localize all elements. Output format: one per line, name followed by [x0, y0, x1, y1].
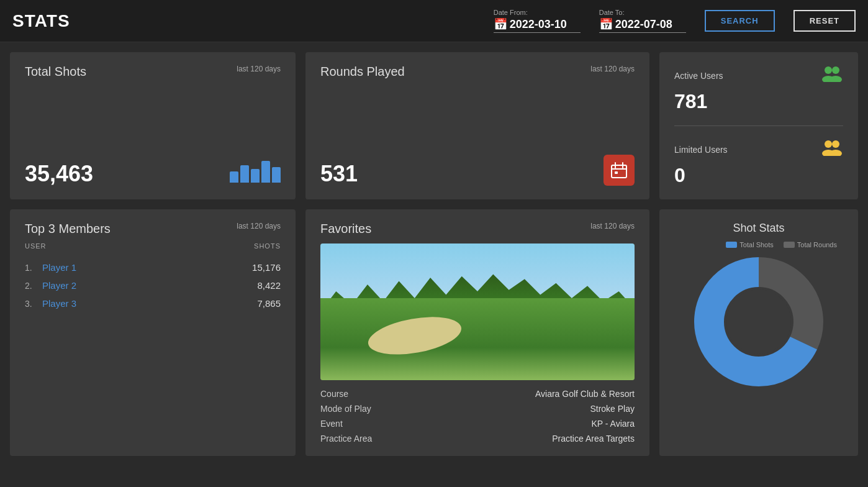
fav-row-practice: Practice Area Practice Area Targets: [320, 434, 635, 444]
active-users-header: Active Users: [674, 65, 843, 86]
svg-point-6: [832, 66, 839, 74]
limited-users-header: Limited Users: [674, 139, 843, 160]
fav-row-course: Course Aviara Golf Club & Resort: [320, 389, 635, 399]
date-from-field[interactable]: Date From: 📅 2022-03-10: [494, 9, 581, 33]
member-rank-3: 3.: [25, 299, 42, 309]
members-table: USER SHOTS 1. Player 1 15,176 2. Player …: [25, 242, 281, 312]
search-button[interactable]: SEARCH: [705, 10, 775, 32]
active-users-icon: [821, 65, 843, 86]
users-divider: [674, 125, 843, 126]
active-users-label: Active Users: [674, 71, 723, 81]
rounds-icon: [604, 155, 635, 186]
limited-users-label: Limited Users: [674, 145, 728, 155]
fav-val-practice: Practice Area Targets: [552, 434, 635, 444]
users-card: Active Users 781 Limited Users: [659, 52, 858, 199]
limited-users-icon: [821, 139, 843, 160]
bar-4: [261, 161, 270, 183]
svg-rect-0: [612, 165, 626, 178]
fav-key-course: Course: [320, 389, 348, 399]
shot-stats-card: Shot Stats Total Shots Total Rounds: [659, 209, 858, 456]
total-shots-header: Total Shots last 120 days: [25, 65, 281, 79]
date-to-value: 2022-07-08: [615, 18, 672, 31]
date-to-field[interactable]: Date To: 📅 2022-07-08: [599, 9, 686, 33]
fav-key-mode: Mode of Play: [320, 404, 371, 414]
top-members-period: last 120 days: [237, 222, 281, 230]
bar-1: [230, 171, 238, 183]
col-shots: SHOTS: [254, 242, 281, 250]
total-shots-title: Total Shots: [25, 65, 86, 79]
member-shots-3: 7,865: [257, 298, 281, 309]
date-to-label: Date To:: [599, 9, 686, 16]
donut-chart: [690, 253, 827, 390]
date-from-label: Date From:: [494, 9, 581, 16]
page-title: STATS: [12, 11, 70, 31]
fav-val-mode: Stroke Play: [590, 404, 635, 414]
reset-button[interactable]: RESET: [793, 10, 856, 32]
limited-users-section: Limited Users 0: [674, 139, 843, 187]
member-name-3[interactable]: Player 3: [42, 298, 257, 309]
rounds-title: Rounds Played: [320, 65, 405, 79]
legend-total-shots: Total Shots: [726, 241, 773, 248]
bar-chart-icon: [230, 158, 281, 183]
legend-color-shots: [726, 242, 737, 248]
grass-bg: [320, 298, 635, 380]
legend-label-shots: Total Shots: [739, 241, 773, 248]
date-to-group: Date To: 📅 2022-07-08: [599, 9, 686, 33]
top-members-card: Top 3 Members last 120 days USER SHOTS 1…: [10, 209, 296, 456]
rounds-body: 531: [320, 153, 635, 187]
member-row: 1. Player 1 15,176: [25, 258, 281, 276]
fav-key-event: Event: [320, 419, 343, 429]
calendar-from-icon: 📅: [494, 17, 507, 31]
bar-3: [251, 169, 260, 183]
svg-point-10: [832, 140, 839, 148]
active-users-section: Active Users 781: [674, 65, 843, 113]
legend-color-rounds: [784, 242, 795, 248]
member-shots-1: 15,176: [252, 262, 281, 273]
calendar-to-icon: 📅: [599, 17, 613, 31]
rounds-played-card: Rounds Played last 120 days 531: [305, 52, 649, 199]
shot-stats-title: Shot Stats: [733, 222, 784, 235]
favorites-details: Course Aviara Golf Club & Resort Mode of…: [320, 389, 635, 444]
main-grid: Total Shots last 120 days 35,463 Rounds …: [0, 42, 868, 466]
fav-val-event: KP - Aviara: [591, 419, 635, 429]
bar-5: [272, 167, 281, 183]
rounds-header: Rounds Played last 120 days: [320, 65, 635, 79]
bar-2: [240, 165, 249, 183]
member-rank-2: 2.: [25, 281, 42, 291]
fav-row-mode: Mode of Play Stroke Play: [320, 404, 635, 414]
favorites-image: [320, 244, 635, 380]
svg-rect-4: [615, 171, 618, 174]
fav-row-event: Event KP - Aviara: [320, 419, 635, 429]
date-from-value: 2022-03-10: [510, 18, 567, 31]
donut-hole: [726, 289, 791, 354]
header: STATS Date From: 📅 2022-03-10 Date To: 📅…: [0, 0, 868, 42]
fav-key-practice: Practice Area: [320, 434, 372, 444]
date-from-group: Date From: 📅 2022-03-10: [494, 9, 581, 33]
member-row: 3. Player 3 7,865: [25, 294, 281, 312]
member-shots-2: 8,422: [257, 280, 281, 291]
member-name-1[interactable]: Player 1: [42, 262, 252, 273]
total-shots-period: last 120 days: [237, 65, 281, 73]
favorites-card: Favorites last 120 days Course Aviara Go…: [305, 209, 649, 456]
fav-val-course: Aviara Golf Club & Resort: [535, 389, 635, 399]
total-shots-value: 35,463: [25, 161, 93, 187]
svg-point-9: [825, 140, 832, 148]
svg-point-5: [825, 66, 832, 74]
top-members-title: Top 3 Members: [25, 222, 111, 236]
favorites-title: Favorites: [320, 222, 371, 236]
col-user: USER: [25, 242, 47, 250]
total-shots-card: Total Shots last 120 days 35,463: [10, 52, 296, 199]
active-users-value: 781: [674, 90, 843, 113]
member-rank-1: 1.: [25, 263, 42, 273]
member-row: 2. Player 2 8,422: [25, 276, 281, 294]
top-members-header: Top 3 Members last 120 days: [25, 222, 281, 236]
favorites-header: Favorites last 120 days: [320, 222, 635, 236]
total-shots-body: 35,463: [25, 153, 281, 187]
favorites-period: last 120 days: [590, 222, 635, 230]
shot-stats-legend: Total Shots Total Rounds: [726, 241, 837, 248]
donut-svg: [690, 253, 827, 390]
member-name-2[interactable]: Player 2: [42, 280, 257, 291]
rounds-period: last 120 days: [590, 65, 635, 73]
limited-users-value: 0: [674, 164, 843, 187]
legend-label-rounds: Total Rounds: [797, 241, 837, 248]
